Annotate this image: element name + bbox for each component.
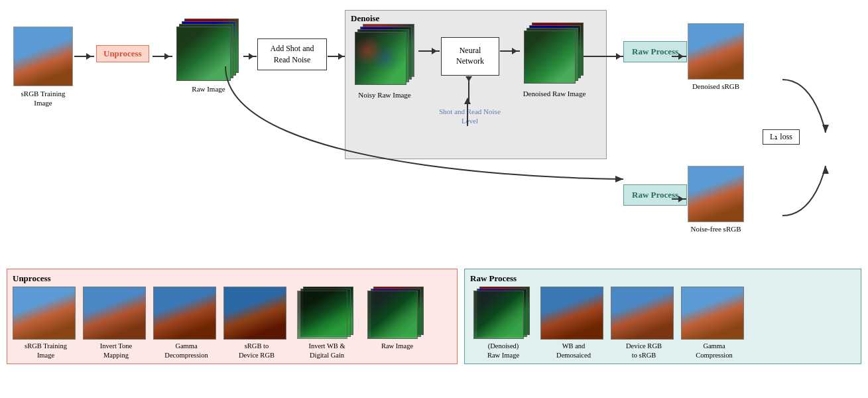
bottom-srgb-training: sRGB TrainingImage: [13, 287, 79, 360]
bottom-raw-label: Raw Image: [364, 342, 430, 351]
svg-marker-4: [464, 98, 471, 104]
raw-process-section: Raw Process (Denoised)Raw Image WB andDe…: [464, 269, 861, 364]
svg-marker-2: [615, 176, 623, 182]
bottom-srgb-img: [13, 287, 76, 340]
arrow-rawproc-bot-srgb: [672, 198, 686, 200]
top-diagram: sRGB Training Image Unprocess Raw Image …: [7, 7, 861, 265]
bottom-tone-img: [83, 287, 146, 340]
noise-free-srgb-label: Noise-free sRGB: [688, 225, 744, 233]
snr-arrow-svg: [461, 96, 474, 129]
bottom-raw-image: Raw Image: [364, 287, 430, 360]
bottom-srgb-device: sRGB toDevice RGB: [223, 287, 290, 360]
raw-proc-gamma-label: GammaCompression: [681, 342, 747, 360]
srgb-training-label: sRGB Training Image: [13, 89, 73, 108]
unprocess-section: Unprocess sRGB TrainingImage Invert Tone…: [7, 269, 458, 364]
raw-proc-raw-label: (Denoised)Raw Image: [470, 342, 536, 360]
srgb-image-box: [13, 27, 73, 86]
srgb-training-image: sRGB Training Image: [13, 27, 73, 108]
raw-proc-gamma: GammaCompression: [681, 287, 747, 360]
unprocess-box: Unprocess: [96, 45, 149, 62]
raw-proc-dev-img: [611, 287, 674, 340]
bottom-tone-label: Invert ToneMapping: [83, 342, 149, 360]
bottom-gamma-img: [153, 287, 216, 340]
unprocess-section-title: Unprocess: [13, 273, 452, 284]
raw-proc-wb: WB andDemosaiced: [540, 287, 607, 360]
bottom-raw-img-stack: [364, 287, 427, 340]
arrow-srgb-unprocess: [74, 56, 94, 57]
raw-proc-dev-rgb: Device RGBto sRGB: [611, 287, 677, 360]
bottom-gamma-decomp: GammaDecompression: [153, 287, 219, 360]
denoise-title: Denoise: [345, 11, 606, 24]
raw-fork-arrows-svg: [192, 46, 650, 206]
bottom-tone-mapping: Invert ToneMapping: [83, 287, 149, 360]
raw-proc-raw-stack: [470, 287, 533, 340]
raw-proc-dev-label: Device RGBto sRGB: [611, 342, 677, 360]
raw-proc-wb-img: [540, 287, 603, 340]
bottom-srgb-device-label: sRGB toDevice RGB: [223, 342, 290, 360]
raw-process-section-title: Raw Process: [470, 273, 855, 284]
svg-marker-1: [822, 166, 829, 174]
bottom-wb-gain: Invert WB &Digital Gain: [294, 287, 360, 360]
noise-free-srgb-image: Noise-free sRGB: [688, 166, 744, 233]
bottom-srgb-label: sRGB TrainingImage: [13, 342, 79, 360]
arrow-rawproc-top-srgb: [672, 56, 686, 57]
bottom-row: Unprocess sRGB TrainingImage Invert Tone…: [7, 269, 861, 364]
raw-process-items: (Denoised)Raw Image WB andDemosaiced Dev…: [470, 287, 855, 360]
bottom-srgb-device-img: [223, 287, 286, 340]
arrow-unprocess-raw: [153, 56, 172, 57]
raw-proc-wb-label: WB andDemosaiced: [540, 342, 607, 360]
bottom-gamma-label: GammaDecompression: [153, 342, 219, 360]
raw-proc-gamma-img: [681, 287, 744, 340]
unprocess-items: sRGB TrainingImage Invert ToneMapping Ga…: [13, 287, 452, 360]
bottom-wb-img-stack: [294, 287, 357, 340]
svg-marker-0: [822, 125, 829, 133]
raw-proc-raw-image: (Denoised)Raw Image: [470, 287, 536, 360]
bottom-wb-label: Invert WB &Digital Gain: [294, 342, 360, 360]
